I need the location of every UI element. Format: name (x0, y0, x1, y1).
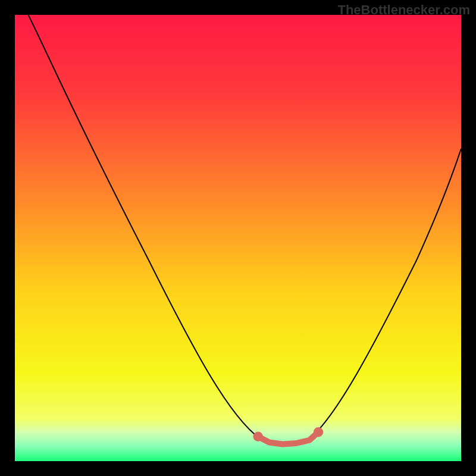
highlight-start-dot (253, 432, 264, 442)
chart-plot (15, 15, 461, 461)
plot-background (15, 15, 461, 461)
chart-container: TheBottlenecker.com (0, 0, 476, 476)
highlight-end-dot (314, 427, 324, 437)
watermark-text: TheBottlenecker.com (337, 2, 470, 18)
